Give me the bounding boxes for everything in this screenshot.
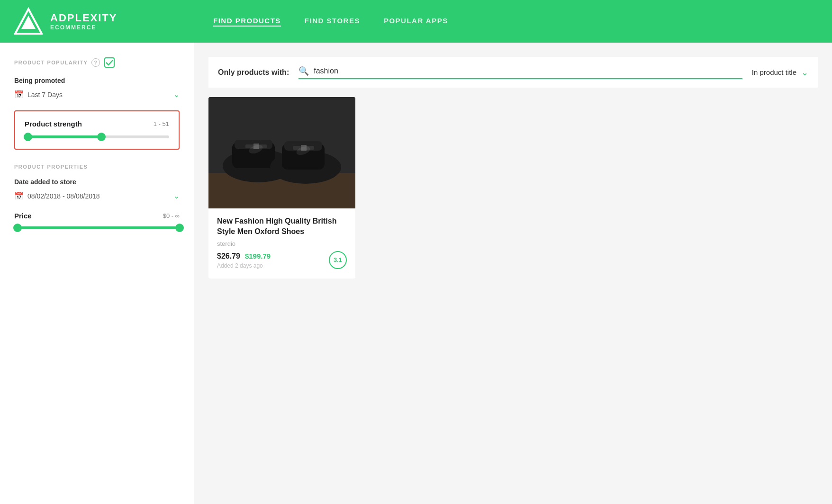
logo-icon (14, 7, 43, 36)
properties-section-label: PRODUCT PROPERTIES (14, 164, 180, 170)
logo-area: ADPLEXITY ECOMMERCE (0, 7, 194, 36)
date-added-dropdown[interactable]: 📅 08/02/2018 - 08/08/2018 ⌄ (14, 191, 180, 200)
product-added-date: Added 2 days ago (217, 262, 347, 269)
strength-range: 1 - 51 (154, 120, 169, 127)
main-layout: PRODUCT POPULARITY ? Being promoted 📅 La… (0, 43, 832, 504)
main-nav: FIND PRODUCTS FIND STORES POPULAR APPS (194, 17, 448, 27)
logo-subtitle: ECOMMERCE (50, 24, 117, 31)
product-store: sterdio (217, 240, 347, 247)
calendar-icon: 📅 (14, 90, 24, 99)
price-original: $199.79 (245, 252, 271, 260)
product-strength-box: Product strength 1 - 51 (14, 110, 180, 150)
search-input-area: 🔍 (298, 66, 742, 79)
product-prices: $26.79 $199.79 (217, 252, 347, 261)
product-card[interactable]: New Fashion High Quality British Style M… (208, 97, 355, 279)
nav-popular-apps[interactable]: POPULAR APPS (384, 17, 448, 27)
product-title: New Fashion High Quality British Style M… (217, 216, 347, 237)
strength-slider-thumb-right[interactable] (97, 133, 106, 141)
date-range-dropdown[interactable]: 📅 Last 7 Days ⌄ (14, 90, 180, 99)
strength-slider-fill (25, 135, 101, 138)
chevron-down-icon: ⌄ (173, 90, 180, 99)
popularity-label-text: PRODUCT POPULARITY (14, 60, 88, 65)
price-slider-thumb-left[interactable] (13, 224, 22, 232)
price-range-text: $0 - ∞ (163, 212, 180, 219)
strength-label: Product strength (25, 120, 82, 128)
only-products-label: Only products with: (218, 68, 289, 77)
product-info: New Fashion High Quality British Style M… (208, 208, 355, 279)
price-slider-track[interactable] (14, 226, 180, 229)
header: ADPLEXITY ECOMMERCE FIND PRODUCTS FIND S… (0, 0, 832, 43)
content-area: Only products with: 🔍 In product title ⌄ (194, 43, 832, 504)
search-input[interactable] (314, 67, 742, 75)
in-product-title-label: In product title (752, 68, 796, 76)
date-added-chevron-icon: ⌄ (173, 191, 180, 200)
price-current: $26.79 (217, 252, 240, 261)
search-bar: Only products with: 🔍 In product title ⌄ (208, 57, 818, 88)
logo-text: ADPLEXITY ECOMMERCE (50, 12, 117, 31)
nav-find-stores[interactable]: FIND STORES (305, 17, 360, 27)
in-product-title-dropdown[interactable]: In product title ⌄ (752, 67, 808, 78)
date-range-value: Last 7 Days (27, 91, 63, 99)
search-icon: 🔍 (298, 66, 309, 76)
logo-title: ADPLEXITY (50, 12, 117, 24)
product-image (208, 97, 355, 208)
checkbox-icon[interactable] (104, 57, 115, 68)
product-shoe-svg (208, 97, 355, 208)
price-header: Price $0 - ∞ (14, 212, 180, 220)
product-strength-badge: 3.1 (329, 251, 347, 269)
help-icon[interactable]: ? (91, 58, 100, 67)
products-grid: New Fashion High Quality British Style M… (208, 97, 818, 279)
price-label: Price (14, 212, 32, 220)
strength-slider-thumb-left[interactable] (24, 133, 32, 141)
being-promoted-label: Being promoted (14, 77, 180, 84)
nav-find-products[interactable]: FIND PRODUCTS (213, 17, 281, 27)
strength-header: Product strength 1 - 51 (25, 120, 169, 128)
sidebar: PRODUCT POPULARITY ? Being promoted 📅 La… (0, 43, 194, 504)
calendar-icon-2: 📅 (14, 191, 24, 200)
price-slider-fill (14, 226, 180, 229)
price-slider-thumb-right[interactable] (175, 224, 184, 232)
strength-slider-track[interactable] (25, 135, 169, 138)
date-added-value: 08/02/2018 - 08/08/2018 (27, 192, 100, 200)
in-product-chevron-icon: ⌄ (801, 67, 808, 78)
popularity-section-label: PRODUCT POPULARITY ? (14, 57, 180, 68)
date-added-label: Date added to store (14, 178, 180, 186)
